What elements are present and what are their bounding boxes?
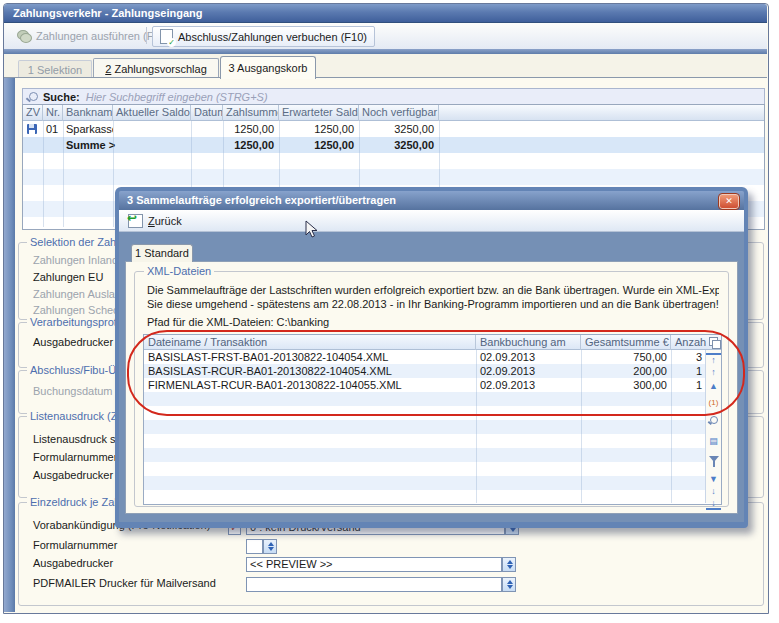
window-titlebar[interactable]: Zahlungsverkehr - Zahlungseingang	[4, 4, 767, 23]
book-payments-button[interactable]: ✓ Abschluss/Zahlungen verbuchen (F10)	[152, 26, 375, 47]
tab-zahlungsvorschlag[interactable]: 2 Zahlungsvorschlag	[93, 58, 219, 78]
dialog-titlebar[interactable]: 3 Sammelaufträge erfolgreich exportiert/…	[119, 191, 744, 210]
window-title: Zahlungsverkehr - Zahlungseingang	[13, 7, 202, 19]
message-line-2: Sie diese umgehend - spätestens am 22.08…	[147, 298, 719, 310]
col-nr[interactable]: Nr.	[43, 105, 63, 121]
scroll-to-bottom-icon[interactable]: ↓	[706, 498, 721, 510]
tab-ausgangskorb[interactable]: 3 Ausgangskorb	[220, 56, 316, 79]
accounts-header-row[interactable]: ZV Nr. Bankname Aktueller Saldo € Datum …	[23, 105, 764, 121]
coins-icon	[17, 30, 31, 42]
col-noch-verfuegbar[interactable]: Noch verfügbar €	[359, 105, 439, 121]
formularnummer-input[interactable]	[246, 539, 263, 554]
dialog-toolbar: ↩ Zurück	[119, 210, 744, 232]
groupbox-label: XML-Dateien	[144, 265, 214, 277]
cell-erwartet: 1250,00	[279, 121, 359, 137]
disk-icon	[27, 124, 37, 134]
document-check-icon: ✓	[160, 29, 173, 44]
dialog-close-button[interactable]: ✕	[719, 194, 739, 209]
tab-selektion[interactable]: 1 Selektion	[18, 60, 92, 78]
search-input[interactable]: Hier Suchbegriff eingeben (STRG+S)	[86, 91, 268, 103]
empty-row[interactable]	[23, 169, 764, 185]
option-zahlungen-ausland[interactable]: Zahlungen Ausland	[33, 288, 127, 300]
toolbar-separator	[146, 27, 147, 44]
search-label: Suche:	[43, 91, 80, 103]
dialog-tab-standard[interactable]: 1 Standard	[131, 244, 193, 262]
tab-selektion-label: 1 Selektion	[28, 64, 82, 76]
execute-payments-label: Zahlungen ausführen (F9)	[36, 30, 163, 42]
label-formularnummer-2: Formularnummer	[33, 539, 117, 551]
pdfmailer-select[interactable]	[246, 577, 502, 592]
label-ausgabedrucker: Ausgabedrucker	[33, 336, 113, 348]
cell-saldo	[113, 121, 191, 137]
red-highlight-annotation	[127, 330, 745, 416]
empty-row[interactable]	[144, 476, 721, 490]
label-ausgabedrucker-3: Ausgabedrucker	[33, 557, 113, 569]
col-erwarteter-saldo[interactable]: Erwarteter Saldo €	[279, 105, 359, 121]
search-bar[interactable]: Suche: Hier Suchbegriff eingeben (STRG+S…	[22, 88, 765, 105]
label-ausgabedrucker-2: Ausgabedrucker	[33, 469, 113, 481]
col-datum[interactable]: Datum	[191, 105, 223, 121]
cell-nr: 01	[43, 121, 63, 137]
cell-verfuegbar: 3250,00	[359, 121, 439, 137]
search-record-icon[interactable]	[710, 416, 718, 424]
sum-row: Summe > 1250,00 1250,00 3250,00	[23, 137, 764, 153]
ausgabedrucker-select[interactable]: << PREVIEW >>	[246, 557, 502, 572]
cell-datum	[191, 121, 223, 137]
filter-icon[interactable]	[709, 456, 719, 462]
next-record-icon[interactable]: ▼	[706, 474, 721, 484]
page-down-icon[interactable]: ↓	[706, 486, 721, 496]
mouse-cursor	[305, 220, 318, 241]
list-view-icon[interactable]: ▤	[706, 436, 721, 446]
ausgabedrucker-select-button[interactable]	[502, 557, 516, 572]
col-bankname[interactable]: Bankname	[63, 105, 113, 121]
table-row[interactable]: 01 Sparkasse 1250,00 1250,00 3250,00	[23, 121, 764, 137]
sum-erwartet: 1250,00	[279, 137, 359, 153]
back-button[interactable]: ↩ Zurück	[128, 213, 182, 228]
sum-label: Summe >	[63, 137, 191, 153]
xml-path-line: Pfad für die XML-Dateien: C:\banking	[147, 316, 719, 328]
option-zahlungen-eu[interactable]: Zahlungen EU	[33, 271, 103, 283]
search-icon	[29, 92, 38, 101]
col-aktueller-saldo[interactable]: Aktueller Saldo €	[113, 105, 191, 121]
left-panel-strip	[4, 78, 15, 612]
sum-verfuegbar: 3250,00	[359, 137, 439, 153]
book-payments-label: Abschluss/Zahlungen verbuchen (F10)	[178, 31, 367, 43]
pdfmailer-select-button[interactable]	[502, 577, 516, 592]
option-zahlungen-inland[interactable]: Zahlungen Inland	[33, 254, 118, 266]
message-line-1: Die Sammelaufträge der Lastschriften wur…	[147, 284, 719, 296]
sum-zahlsumme: 1250,00	[223, 137, 279, 153]
empty-row[interactable]	[144, 490, 721, 503]
back-icon: ↩	[128, 214, 143, 228]
tab-ausgangskorb-label: 3 Ausgangskorb	[229, 62, 308, 74]
empty-row[interactable]	[144, 448, 721, 462]
formularnummer-spinner[interactable]	[263, 539, 277, 554]
empty-row[interactable]	[23, 153, 764, 169]
empty-row[interactable]	[144, 420, 721, 434]
screen: Zahlungsverkehr - Zahlungseingang Zahlun…	[0, 0, 779, 623]
empty-row[interactable]	[144, 434, 721, 448]
col-zahlsumme[interactable]: Zahlsumme €	[223, 105, 279, 121]
tab-zahlungsvorschlag-label: Zahlungsvorschlag	[111, 63, 206, 75]
empty-row[interactable]	[144, 462, 721, 476]
col-filler	[439, 105, 764, 121]
label-formularnummer: Formularnummer	[33, 451, 117, 463]
cell-bankname: Sparkasse	[63, 121, 113, 137]
label-pdfmailer: PDFMAILER Drucker für Mailversand	[33, 577, 216, 589]
cell-zahlsumme: 1250,00	[223, 121, 279, 137]
col-zv[interactable]: ZV	[23, 105, 43, 121]
close-icon: ✕	[725, 196, 733, 206]
main-toolbar: Zahlungen ausführen (F9) ✓ Abschluss/Zah…	[4, 23, 767, 50]
tab-strip: 1 Selektion 2 Zahlungsvorschlag 3 Ausgan…	[4, 54, 767, 78]
dialog-title: 3 Sammelaufträge erfolgreich exportiert/…	[127, 194, 396, 206]
